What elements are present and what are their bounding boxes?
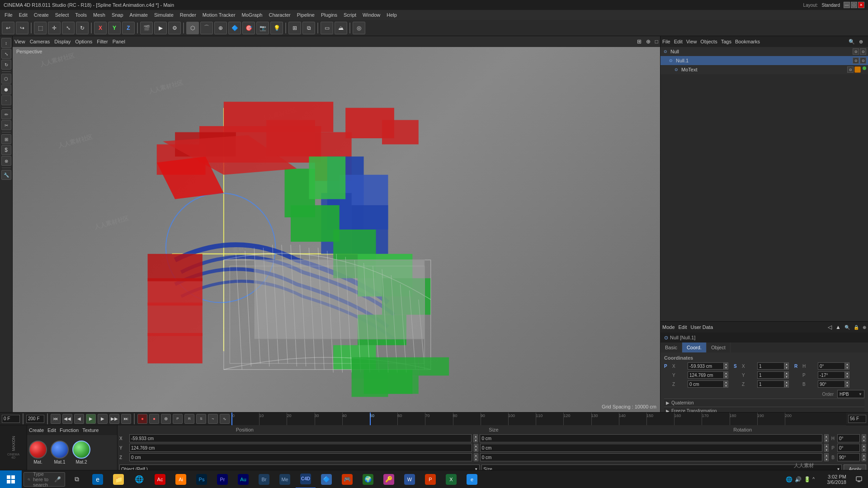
microphone-icon[interactable]: 🎤 <box>54 476 61 483</box>
om-bookmarks[interactable]: Bookmarks <box>735 39 760 44</box>
tl-go-end[interactable]: ⏭ <box>121 414 131 424</box>
om-edit[interactable]: Edit <box>674 39 683 44</box>
tl-go-start[interactable]: ⏮ <box>51 414 61 424</box>
tab-object[interactable]: Object <box>707 343 731 352</box>
position-z-input[interactable] <box>129 453 472 461</box>
taskbar-files[interactable]: 📁 <box>108 470 128 488</box>
menu-tools[interactable]: Tools <box>72 11 90 19</box>
pos-y-spinbox[interactable]: ▲ ▼ <box>688 371 728 379</box>
tl-prev-key[interactable]: ◀◀ <box>62 414 72 424</box>
vp-cameras-menu[interactable]: Cameras <box>30 39 50 44</box>
spline-button[interactable]: ⌒ <box>200 22 213 34</box>
tl-next-key[interactable]: ▶▶ <box>109 414 119 424</box>
edge-mode-btn[interactable]: ⬢ <box>1 84 11 94</box>
taskbar-excel[interactable]: X <box>441 470 461 488</box>
position-y-input[interactable] <box>129 444 472 452</box>
size-x-down-bot[interactable]: ▼ <box>824 438 829 442</box>
size-x-up-bot[interactable]: ▲ <box>824 434 829 438</box>
vp-view-menu[interactable]: View <box>14 39 25 44</box>
pos-x-down-bot[interactable]: ▼ <box>473 438 478 442</box>
scale-y-down[interactable]: ▼ <box>784 375 789 379</box>
rot-h-up[interactable]: ▲ <box>845 362 849 366</box>
scale-y-spinbox[interactable]: ▲ ▼ <box>757 371 789 379</box>
redo-button[interactable]: ↪ <box>16 22 28 34</box>
effectors-button[interactable]: 🎯 <box>242 22 255 34</box>
x-axis-button[interactable]: X <box>94 22 107 34</box>
pos-z-down[interactable]: ▼ <box>724 384 728 388</box>
tl-key-scale[interactable]: S <box>196 414 206 424</box>
deformer-button[interactable]: 🔷 <box>228 22 241 34</box>
brush-btn[interactable]: ✏ <box>1 109 11 119</box>
maximize-button[interactable]: □ <box>851 2 857 8</box>
taskbar-search-box[interactable]: Type here to search 🎤 <box>24 472 65 487</box>
attr-mode[interactable]: Mode <box>662 324 675 330</box>
menu-simulate[interactable]: Simulate <box>151 11 176 19</box>
vp-icon-1[interactable]: ⊞ <box>637 38 642 45</box>
rot-p-input[interactable] <box>818 371 845 379</box>
timeline-ruler[interactable]: 0 10 20 30 40 50 60 70 80 90 100 110 120… <box>231 413 846 425</box>
taskbar-app-misc3[interactable]: 🌍 <box>358 470 378 488</box>
taskbar-powerpoint[interactable]: P <box>420 470 440 488</box>
menu-snap[interactable]: Snap <box>109 11 126 19</box>
pos-z-spinbox[interactable]: ▲ ▼ <box>688 380 728 388</box>
attr-icon-4[interactable]: 🔒 <box>854 325 859 330</box>
rot-h-down[interactable]: ▼ <box>845 366 849 370</box>
rot-h-up-bot[interactable]: ▲ <box>862 434 866 438</box>
scale-y-input[interactable] <box>757 371 784 379</box>
pos-y-down[interactable]: ▼ <box>724 375 728 379</box>
volume-icon[interactable]: 🔊 <box>794 476 802 483</box>
pos-y-down-bot[interactable]: ▼ <box>474 448 478 452</box>
rot-h-bot-input[interactable] <box>837 434 860 442</box>
minimize-button[interactable]: — <box>844 2 850 8</box>
order-dropdown[interactable]: HPB ▼ <box>837 390 864 398</box>
taskbar-task-view[interactable]: ⧉ <box>67 470 87 488</box>
scale-x-down[interactable]: ▼ <box>784 366 789 370</box>
rot-b-down[interactable]: ▼ <box>845 384 849 388</box>
om-tags[interactable]: Tags <box>721 39 731 44</box>
render-view-button[interactable]: 🎬 <box>140 22 153 34</box>
dollar-btn[interactable]: $ <box>1 145 11 155</box>
menu-plugins[interactable]: Plugins <box>318 11 340 19</box>
pos-z-input[interactable] <box>688 380 724 388</box>
render-button[interactable]: ▶ <box>154 22 167 34</box>
object-row-null[interactable]: ⊙ Null ⊙ ⊙ <box>660 47 868 56</box>
rotate-button[interactable]: ↻ <box>76 22 89 34</box>
taskbar-chrome[interactable]: 🌐 <box>129 470 149 488</box>
vp-options-menu[interactable]: Options <box>75 39 92 44</box>
rot-p-down-bot[interactable]: ▼ <box>862 448 866 452</box>
tl-play-forward[interactable]: ▶ <box>86 414 96 424</box>
vp-icon-3[interactable]: □ <box>655 38 658 45</box>
start-button[interactable] <box>0 470 22 488</box>
vp-display-menu[interactable]: Display <box>54 39 71 44</box>
scale-x-up[interactable]: ▲ <box>784 362 789 366</box>
size-y-up-bot[interactable]: ▲ <box>824 444 829 448</box>
material-item-blue[interactable]: Mat.1 <box>51 441 69 465</box>
taskbar-edge[interactable]: e <box>88 470 108 488</box>
vp-panel-menu[interactable]: Panel <box>113 39 125 44</box>
scale-y-up[interactable]: ▲ <box>784 371 789 375</box>
menu-render[interactable]: Render <box>177 11 199 19</box>
menu-motion-tracker[interactable]: Motion Tracker <box>200 11 238 19</box>
menu-file[interactable]: File <box>2 11 15 19</box>
pos-x-up-bot[interactable]: ▲ <box>473 434 478 438</box>
camera-button[interactable]: 📷 <box>256 22 269 34</box>
light-button[interactable]: 💡 <box>270 22 283 34</box>
move-tool-btn[interactable]: ↕ <box>1 38 11 48</box>
menu-edit[interactable]: Edit <box>16 11 30 19</box>
menu-mesh[interactable]: Mesh <box>90 11 108 19</box>
rot-p-up[interactable]: ▲ <box>845 371 849 375</box>
freeze-transform-section[interactable]: ▶ Freeze Transformation <box>664 407 864 412</box>
pos-x-down[interactable]: ▼ <box>724 366 728 370</box>
tl-timeline[interactable]: ~ <box>208 414 218 424</box>
current-frame-input[interactable] <box>2 415 20 423</box>
taskbar-photoshop[interactable]: Ps <box>192 470 212 488</box>
menu-select[interactable]: Select <box>52 11 72 19</box>
fps-input[interactable] <box>848 415 866 423</box>
move-button[interactable]: ✛ <box>48 22 61 34</box>
rot-b-down-bot[interactable]: ▼ <box>862 457 866 461</box>
rotate-tool-btn[interactable]: ↻ <box>1 60 11 70</box>
scale-z-down[interactable]: ▼ <box>784 384 789 388</box>
taskbar-illustrator[interactable]: Ai <box>171 470 191 488</box>
attr-icon-2[interactable]: ▲ <box>835 324 841 330</box>
rot-p-spinbox[interactable]: ▲ ▼ <box>818 371 849 379</box>
